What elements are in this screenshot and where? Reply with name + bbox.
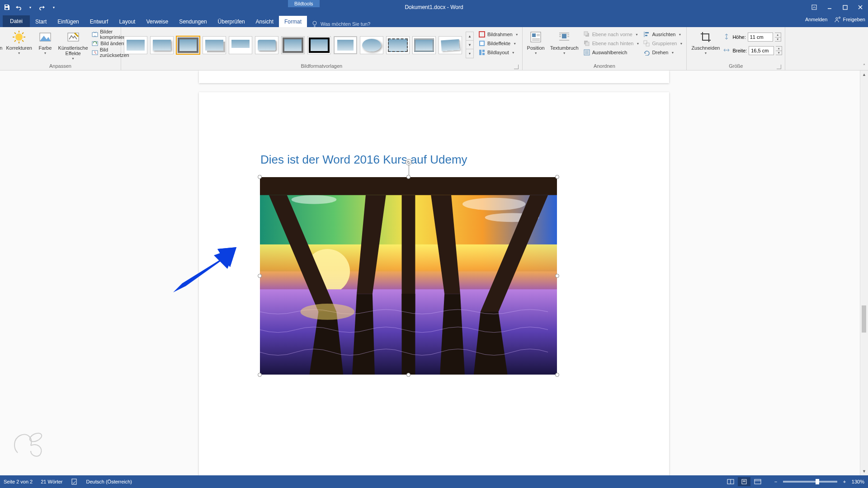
picture-style-gallery[interactable]: ▲ ▼ ▾: [124, 29, 474, 58]
zoom-percent[interactable]: 130%: [852, 479, 864, 484]
crop-button[interactable]: Zuschneiden▼: [689, 29, 722, 56]
tab-insert[interactable]: Einfügen: [52, 16, 84, 27]
picture-effects-icon: [478, 40, 486, 47]
save-icon[interactable]: [3, 3, 11, 11]
scroll-down-icon[interactable]: ▼: [860, 467, 868, 475]
tell-me-search[interactable]: Was möchten Sie tun?: [311, 21, 370, 27]
zoom-in-button[interactable]: +: [841, 479, 848, 484]
spin-down-icon[interactable]: ▼: [776, 51, 782, 55]
resize-handle-tr[interactable]: [555, 175, 559, 179]
gallery-down-icon[interactable]: ▼: [466, 41, 473, 49]
resize-handle-r[interactable]: [555, 274, 559, 278]
zoom-slider-thumb[interactable]: [816, 479, 819, 484]
dialog-launcher-icon[interactable]: [777, 65, 781, 69]
undo-icon[interactable]: [14, 3, 23, 11]
tab-mailings[interactable]: Sendungen: [174, 16, 212, 27]
zoom-out-button[interactable]: −: [772, 479, 779, 484]
resize-handle-l[interactable]: [258, 274, 262, 278]
style-thumb-4[interactable]: [203, 36, 226, 54]
spin-up-icon[interactable]: ▲: [775, 33, 781, 38]
resize-handle-bl[interactable]: [258, 373, 262, 377]
style-thumb-1[interactable]: [124, 36, 147, 54]
style-thumb-9[interactable]: [334, 36, 357, 54]
picture-border-button[interactable]: Bildrahmen▼: [477, 30, 519, 39]
scroll-thumb[interactable]: [862, 305, 866, 333]
minimize-button[interactable]: [822, 0, 837, 14]
vertical-scrollbar[interactable]: ▲ ▼: [860, 70, 868, 475]
width-spinner[interactable]: ▲▼: [776, 46, 782, 55]
artistic-effects-button[interactable]: Künstlerische Effekte ▼: [57, 29, 89, 61]
tab-layout[interactable]: Layout: [113, 16, 141, 27]
spin-up-icon[interactable]: ▲: [776, 47, 782, 51]
style-thumb-5[interactable]: [229, 36, 252, 54]
picture-content: [260, 177, 557, 375]
collapse-ribbon-icon[interactable]: ˄: [863, 63, 865, 68]
tab-review[interactable]: Überprüfen: [212, 16, 250, 27]
zoom-slider[interactable]: [783, 481, 837, 483]
style-thumb-2[interactable]: [150, 36, 174, 54]
ribbon: Freistellen Korrekturen ▼ Farbe ▼ Künstl…: [0, 27, 868, 70]
style-thumb-11[interactable]: [386, 36, 410, 54]
maximize-button[interactable]: [837, 0, 853, 14]
picture-layout-button[interactable]: Bildlayout▼: [477, 48, 519, 57]
tab-home[interactable]: Start: [30, 16, 52, 27]
tab-view[interactable]: Ansicht: [250, 16, 279, 27]
status-language[interactable]: Deutsch (Österreich): [86, 479, 132, 484]
document-heading[interactable]: Dies ist der Word 2016 Kurs auf Udemy: [260, 153, 467, 167]
selected-picture[interactable]: ↻: [260, 177, 557, 375]
send-backward-button[interactable]: Ebene nach hinten▼: [582, 39, 641, 48]
tab-file[interactable]: Datei: [3, 15, 30, 27]
resize-handle-t[interactable]: [406, 175, 410, 179]
group-objects-button[interactable]: Gruppieren▼: [642, 39, 684, 48]
undo-dropdown-icon[interactable]: ▼: [26, 3, 34, 11]
sign-in-link[interactable]: Anmelden: [805, 17, 828, 22]
resize-handle-tl[interactable]: [258, 175, 262, 179]
height-spinner[interactable]: ▲▼: [775, 33, 781, 42]
svg-rect-35: [482, 53, 485, 55]
style-thumb-6[interactable]: [255, 36, 278, 54]
dialog-launcher-icon[interactable]: [514, 65, 519, 69]
align-button[interactable]: Ausrichten▼: [642, 30, 684, 39]
ribbon-display-options-icon[interactable]: [807, 0, 822, 14]
gallery-scroll[interactable]: ▲ ▼ ▾: [466, 32, 474, 58]
width-input[interactable]: 16,5 cm: [749, 46, 774, 55]
tab-references[interactable]: Verweise: [141, 16, 174, 27]
share-button[interactable]: Freigeben: [835, 16, 865, 23]
view-read-mode[interactable]: [724, 477, 737, 486]
rotation-handle[interactable]: ↻: [406, 159, 412, 165]
style-thumb-13[interactable]: [439, 36, 462, 54]
qat-customize-icon[interactable]: ▼: [50, 3, 58, 11]
picture-effects-button[interactable]: Bildeffekte▼: [477, 39, 519, 48]
style-thumb-3[interactable]: [176, 36, 200, 54]
status-page[interactable]: Seite 2 von 2: [4, 479, 33, 484]
tab-design[interactable]: Entwurf: [85, 16, 114, 27]
view-web-layout[interactable]: [751, 477, 764, 486]
corrections-button[interactable]: Korrekturen ▼: [5, 29, 33, 56]
wrap-text-button[interactable]: Textumbruch▼: [548, 29, 580, 56]
resize-handle-b[interactable]: [406, 373, 410, 377]
style-thumb-8[interactable]: [307, 36, 331, 54]
rotate-button[interactable]: Drehen▼: [642, 48, 684, 57]
color-tone-button[interactable]: Farbe ▼: [35, 29, 56, 56]
resize-handle-br[interactable]: [555, 373, 559, 377]
spin-down-icon[interactable]: ▼: [775, 38, 781, 42]
document-page[interactable]: Dies ist der Word 2016 Kurs auf Udemy: [199, 92, 669, 475]
selection-pane-button[interactable]: Auswahlbereich: [582, 48, 641, 57]
tab-format[interactable]: Format: [279, 16, 307, 27]
scroll-up-icon[interactable]: ▲: [860, 70, 868, 79]
style-thumb-12[interactable]: [412, 36, 436, 54]
bring-forward-button[interactable]: Ebene nach vorne▼: [582, 30, 641, 39]
status-word-count[interactable]: 21 Wörter: [41, 479, 62, 484]
view-print-layout[interactable]: [738, 477, 750, 486]
height-input[interactable]: 11 cm: [748, 33, 773, 42]
proofing-icon[interactable]: [71, 478, 78, 485]
remove-background-button[interactable]: Freistellen: [0, 29, 4, 52]
gallery-up-icon[interactable]: ▲: [466, 32, 473, 41]
style-thumb-10[interactable]: [360, 36, 383, 54]
position-button[interactable]: Position▼: [525, 29, 547, 56]
redo-icon[interactable]: [38, 3, 46, 11]
close-button[interactable]: [853, 0, 868, 14]
chevron-down-icon: ▼: [678, 33, 681, 36]
style-thumb-7[interactable]: [281, 36, 305, 54]
gallery-more-icon[interactable]: ▾: [466, 49, 473, 58]
